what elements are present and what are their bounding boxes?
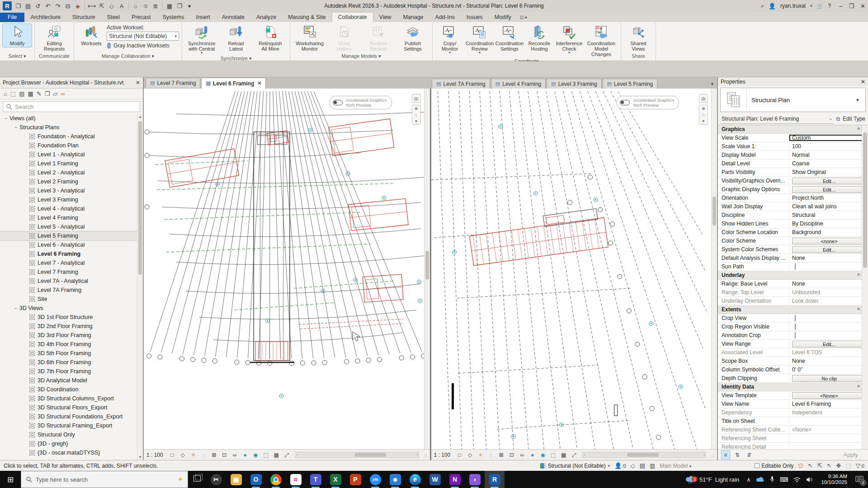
property-button[interactable]: Edit... — [792, 246, 866, 253]
taskbar-app-edge[interactable]: e — [405, 471, 425, 488]
taskbar-app-snipping-tool[interactable]: ✂ — [206, 471, 226, 488]
undo-icon[interactable]: ↶ — [43, 1, 52, 10]
tree-item-level-5-framing[interactable]: Level 5 Framing — [0, 231, 137, 240]
property-button[interactable]: Edit... — [792, 341, 866, 347]
list-icon[interactable]: ▤ — [640, 462, 645, 469]
aligned-dimension-icon[interactable]: ⇱ — [97, 1, 106, 10]
sync-icon[interactable]: ↺ — [33, 1, 42, 10]
tree-item-level-7-analytical[interactable]: Level 7 - Analytical — [0, 258, 137, 267]
close-button[interactable]: ✕ — [860, 3, 865, 9]
tree-item-structural-only[interactable]: Structural Only — [0, 430, 137, 439]
visual-style-icon[interactable]: □ — [456, 452, 463, 458]
isolate-icon[interactable]: ◉ — [252, 452, 259, 458]
design-option-select[interactable]: Main Model ▾ — [660, 463, 691, 469]
viewport-vertical-scrollbar[interactable] — [424, 89, 430, 449]
property-button[interactable]: <none> — [792, 238, 866, 244]
tree-item-3d-2nd-floor-framing[interactable]: 3D 2nd Floor Framing — [0, 322, 137, 331]
taskbar-app-excel[interactable]: X — [326, 471, 345, 488]
property-row-detail-level[interactable]: Detail LevelCoarse — [718, 160, 868, 168]
property-row-default-analysis-display-[interactable]: Default Analysis Display ...None — [718, 254, 868, 263]
modify-tool-icon[interactable]: ⊡ ▾ — [517, 15, 530, 22]
tree-item-3d-structural-framing-export[interactable]: 3D Structural Framing_Export — [0, 421, 137, 430]
property-row-scale-value-1-[interactable]: Scale Value 1:100 — [718, 142, 868, 151]
restore-backup-button[interactable]: RestoreBackup — [362, 24, 395, 52]
show-history-button[interactable]: ShowHistory — [327, 24, 361, 52]
property-row-sun-path[interactable]: Sun Path — [718, 263, 868, 271]
property-row-referencing-detail[interactable]: Referencing Detail — [718, 443, 868, 449]
property-row-display-model[interactable]: Display ModelNormal — [718, 151, 868, 160]
ribbon-tab-analyze[interactable]: Analyze — [250, 13, 282, 22]
customize-icon[interactable]: ▾ — [185, 1, 194, 10]
property-row-depth-clipping[interactable]: Depth ClippingNo clip — [718, 374, 868, 383]
filter-icon[interactable]: ▽:0 — [856, 462, 864, 469]
tree-item-level-6-framing[interactable]: Level 6 Framing — [0, 249, 137, 258]
property-row-column-symbolic-offset[interactable]: Column Symbolic Offset0' 0" — [718, 366, 868, 374]
property-row-color-scheme-location[interactable]: Color Scheme LocationBackground — [718, 228, 868, 237]
sort-desc-icon[interactable]: ⇵ — [745, 451, 753, 459]
redo-icon[interactable]: ↷ — [53, 1, 62, 10]
shadows-icon[interactable]: ◌ — [487, 452, 495, 458]
section-icon[interactable]: ⦸ — [141, 1, 150, 10]
property-row-crop-view[interactable]: Crop View — [718, 314, 868, 323]
property-row-discipline[interactable]: DisciplineStructural — [718, 211, 868, 220]
tree-item-level-6-analytical[interactable]: Level 6 - Analytical — [0, 240, 137, 249]
taskbar-app-chrome[interactable] — [266, 471, 286, 488]
reveal-hidden-icon[interactable]: ∞ — [231, 452, 239, 458]
nav-more-icon[interactable]: ▾ — [415, 119, 417, 123]
property-checkbox[interactable] — [795, 332, 796, 338]
shared-views-button[interactable]: SharedViews — [624, 24, 653, 52]
ribbon-tab-massing-site[interactable]: Massing & Site — [282, 13, 331, 22]
view-tab-level-4-framing[interactable]: ▤Level 4 Framing — [491, 79, 546, 89]
nav-more-icon[interactable]: ▾ — [703, 119, 705, 123]
pin-icon[interactable]: ⇱ — [817, 462, 822, 469]
switch-windows-icon[interactable]: ❐ — [175, 1, 184, 10]
sync-central-button[interactable]: Synchronizewith Central▾ — [185, 24, 218, 55]
help-icon[interactable]: ? — [828, 3, 831, 9]
property-row-system-color-schemes[interactable]: System Color SchemesEdit... — [718, 245, 868, 254]
isolate-icon[interactable]: ◉ — [539, 452, 547, 458]
taskbar-app-file-explorer[interactable]: ▣ — [226, 471, 246, 488]
worksharing-monitor-button[interactable]: WorksharingMonitor — [293, 24, 326, 52]
microphone-icon[interactable] — [770, 476, 774, 483]
selection-box-icon[interactable]: ▦ — [560, 452, 567, 458]
coordination-settings-button[interactable]: CoordinationSettings — [495, 24, 524, 52]
property-row-range-top-level[interactable]: Range: Top LevelUnbounded — [718, 288, 868, 297]
property-button[interactable]: Edit... — [792, 186, 866, 193]
ribbon-tab-systems[interactable]: Systems — [156, 13, 190, 22]
zoom-icon[interactable]: ⊕ — [415, 106, 418, 111]
exclude-icon[interactable]: ↖ — [827, 462, 832, 469]
accelerated-graphics-badge[interactable]: Accelerated GraphicsTech Preview — [617, 96, 679, 109]
ribbon-tab-precast[interactable]: Precast — [126, 13, 156, 22]
taskbar-app-teams[interactable]: T — [306, 471, 326, 488]
worksharing-display-icon[interactable]: ⬚ — [549, 452, 557, 458]
crop-region-icon[interactable]: ⊡ — [508, 452, 515, 458]
property-row-show-hidden-lines[interactable]: Show Hidden LinesBy Discipline — [718, 220, 868, 228]
ribbon-tab-collaborate[interactable]: Collaborate — [332, 12, 373, 22]
select-box-icon[interactable]: ⬚ — [10, 90, 16, 97]
tree-item-3d-views[interactable]: −3D Views — [0, 304, 137, 313]
panel-label-manage-models[interactable]: Manage Models ▾ — [290, 53, 432, 61]
tree-item-3d-4th-floor-framing[interactable]: 3D 4th Floor Framing — [0, 340, 137, 349]
viewport-level-7a-framing[interactable]: Accelerated GraphicsTech Preview◎⊕⌂▾1 : … — [431, 89, 717, 460]
property-row-annotation-crop[interactable]: Annotation Crop — [718, 331, 868, 340]
coordination-review-button[interactable]: CoordinationReview▾ — [465, 24, 494, 55]
ribbon-tab-steel[interactable]: Steel — [101, 13, 126, 22]
weather-widget[interactable]: 3 51°F Light rain — [685, 475, 742, 483]
property-row-identity-data[interactable]: Identity Data^ — [718, 383, 868, 391]
steering-wheel-icon[interactable]: ◎ — [412, 94, 421, 103]
onedrive-icon[interactable] — [756, 477, 764, 482]
tree-item-structural-plans[interactable]: −Structural Plans — [0, 123, 137, 132]
property-button[interactable]: Edit... — [792, 178, 866, 184]
tree-item--3d-gregh-[interactable]: {3D - gregh} — [0, 439, 137, 448]
tree-item-level-1-framing[interactable]: Level 1 Framing — [0, 159, 137, 168]
ribbon-tab-insert[interactable]: Insert — [190, 13, 216, 22]
tree-item-3d-analytical-model[interactable]: 3D Analytical Model — [0, 376, 137, 385]
visual-style-icon[interactable]: □ — [169, 452, 176, 458]
document-icon[interactable]: ▱ — [53, 90, 57, 97]
taskbar-app-slack[interactable]: ⌗ — [286, 471, 306, 488]
tree-item-level-7a-analytical[interactable]: Level 7A - Analytical — [0, 277, 137, 286]
tech-preview-toggle-icon[interactable] — [620, 100, 630, 105]
start-button[interactable]: ⊞ — [0, 471, 21, 488]
tech-preview-toggle-icon[interactable] — [333, 100, 343, 105]
tree-item-3d-5th-floor-framing[interactable]: 3D 5th Floor Framing — [0, 349, 137, 358]
